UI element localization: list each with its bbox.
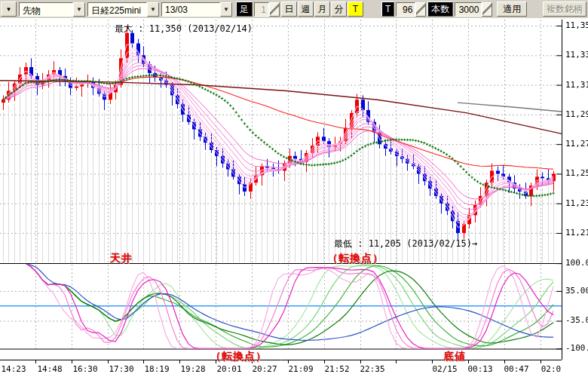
period-month-button[interactable]: 月 xyxy=(314,2,330,17)
period-tick-button[interactable]: T xyxy=(348,2,363,17)
spinner-icon[interactable] xyxy=(482,2,492,17)
contract-month-select[interactable]: 13/03 ▼ xyxy=(161,2,232,17)
contract-month-value: 13/03 xyxy=(161,2,220,17)
period-day-button[interactable]: 日 xyxy=(281,2,297,17)
bar-count-stepper[interactable]: 3000 xyxy=(455,2,492,17)
apply-button[interactable]: 適用 xyxy=(497,2,527,17)
symbol-select[interactable]: 日経225mini ▼ xyxy=(87,2,159,17)
ashi-label: 足 xyxy=(236,2,253,17)
symbol-select-value: 日経225mini xyxy=(87,2,147,17)
interval-value: 1 xyxy=(254,2,269,17)
tick-param-label: T xyxy=(381,2,394,17)
period-week-button[interactable]: 週 xyxy=(298,2,314,17)
interval-stepper[interactable]: 1 xyxy=(254,2,280,17)
bar-count-value: 3000 xyxy=(455,2,482,17)
spinner-icon[interactable] xyxy=(269,2,280,17)
tick-count-stepper[interactable]: 96 xyxy=(396,2,426,17)
toolbar: ▼ 先物 ▼ 日経225mini ▼ 13/03 ▼ 足 1 日 週 月 分 T… xyxy=(0,0,588,18)
chevron-down-icon[interactable]: ▼ xyxy=(73,2,85,17)
bar-count-label: 本数 xyxy=(427,2,453,17)
market-select[interactable]: 先物 ▼ xyxy=(19,2,85,17)
tick-count-value: 96 xyxy=(396,2,415,17)
multi-symbol-button[interactable]: 複数銘柄 xyxy=(543,2,586,17)
chevron-down-icon: ▼ xyxy=(6,6,12,13)
left-stub-combo-arrow[interactable]: ▼ xyxy=(1,2,17,17)
chevron-down-icon[interactable]: ▼ xyxy=(220,2,232,17)
chevron-down-icon[interactable]: ▼ xyxy=(147,2,159,17)
main-chart-canvas[interactable] xyxy=(0,18,588,377)
chart-application-window: ▼ 先物 ▼ 日経225mini ▼ 13/03 ▼ 足 1 日 週 月 分 T… xyxy=(0,0,588,377)
spinner-icon[interactable] xyxy=(415,2,426,17)
period-minute-button[interactable]: 分 xyxy=(331,2,347,17)
market-select-value: 先物 xyxy=(19,2,73,17)
